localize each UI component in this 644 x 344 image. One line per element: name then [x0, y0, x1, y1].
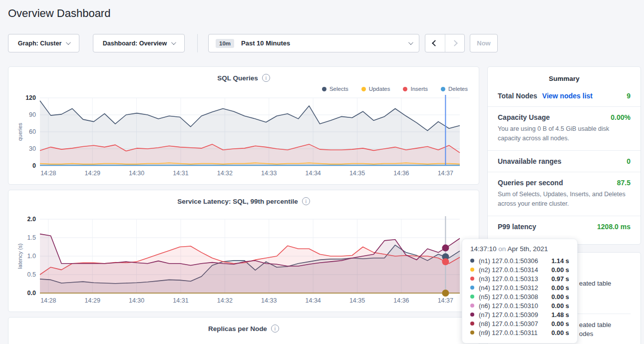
range-label: Past 10 Minutes: [241, 39, 408, 47]
legend-label: Deletes: [448, 86, 468, 92]
summary-row-unavailable-ranges: Unavailable ranges 0: [488, 151, 641, 172]
node-address: (n1) 127.0.0.1:50306: [479, 257, 538, 265]
chart-hover-tooltip: 14:37:10 on Apr 5th, 2021 (n1) 127.0.0.1…: [462, 239, 578, 344]
tooltip-node-row: (n7) 127.0.0.1:503091.48 s: [470, 310, 569, 319]
prev-range-button[interactable]: [425, 34, 445, 52]
summary-description: Sum of Selects, Updates, Inserts, and De…: [498, 190, 631, 209]
svg-text:14:34: 14:34: [306, 170, 321, 177]
next-range-button[interactable]: [445, 34, 464, 52]
summary-title: Summary: [488, 67, 641, 85]
summary-row-p99-latency: P99 latency 1208.0 ms: [488, 216, 641, 237]
chart-title: Replicas per Node: [208, 325, 267, 333]
range-badge: 10m: [216, 39, 234, 48]
svg-text:14:30: 14:30: [129, 297, 144, 304]
summary-value: 1208.0 ms: [597, 223, 631, 231]
svg-text:queries: queries: [17, 122, 23, 141]
svg-text:90: 90: [29, 111, 36, 118]
summary-panel: Summary Total Nodes View nodes list 9 Ca…: [487, 66, 641, 245]
svg-text:30: 30: [29, 145, 36, 152]
node-color-dot-icon: [470, 313, 474, 317]
legend-dot-icon: [361, 87, 366, 91]
svg-text:14:34: 14:34: [306, 297, 321, 304]
svg-text:14:37: 14:37: [438, 297, 453, 304]
legend-item-selects[interactable]: Selects: [322, 85, 348, 93]
svg-text:14:35: 14:35: [349, 297, 365, 304]
tooltip-node-row: (n1) 127.0.0.1:503061.14 s: [470, 256, 569, 265]
legend-item-inserts[interactable]: Inserts: [403, 85, 428, 93]
svg-text:60: 60: [29, 128, 36, 135]
node-latency-value: 0.00 s: [551, 329, 569, 337]
summary-label: Capacity Usage: [498, 113, 550, 121]
chart-title: Service Latency: SQL, 99th percentile: [177, 198, 298, 205]
sql-queries-chart[interactable]: 14:2814:2914:3014:3114:3214:3314:3414:35…: [16, 93, 471, 181]
legend-dot-icon: [322, 87, 326, 91]
svg-text:14:28: 14:28: [40, 297, 56, 304]
svg-text:2.0: 2.0: [27, 216, 36, 223]
summary-value: 87.5: [617, 179, 631, 187]
summary-label: Queries per second: [498, 179, 563, 187]
summary-description: You are using 0 B of 4.5 GiB usable disk…: [498, 124, 631, 144]
chevron-down-icon: [171, 40, 176, 45]
toolbar: Graph: Cluster Dashboard: Overview 10m P…: [0, 34, 644, 52]
legend-item-updates[interactable]: Updates: [361, 85, 390, 93]
svg-text:1.0: 1.0: [27, 253, 36, 260]
node-color-dot-icon: [470, 304, 474, 308]
legend-dot-icon: [441, 87, 445, 91]
summary-label: P99 latency: [498, 223, 536, 231]
tooltip-node-row: (n4) 127.0.0.1:503120.00 s: [470, 283, 569, 292]
chevron-left-icon: [432, 40, 438, 46]
view-nodes-list-link[interactable]: View nodes list: [542, 92, 593, 100]
sql-queries-panel: SQL Queries i SelectsUpdatesInsertsDelet…: [8, 66, 479, 185]
node-latency-value: 0.00 s: [551, 320, 569, 328]
node-address: (n3) 127.0.0.1:50313: [479, 275, 538, 283]
svg-text:14:35: 14:35: [349, 170, 365, 177]
legend-dot-icon: [403, 87, 407, 91]
info-icon[interactable]: i: [302, 197, 310, 205]
chevron-down-icon: [408, 40, 413, 45]
graph-dropdown-label: Graph: Cluster: [18, 40, 62, 47]
node-color-dot-icon: [470, 331, 474, 335]
chart-title: SQL Queries: [217, 74, 258, 82]
time-range-picker[interactable]: 10m Past 10 Minutes: [208, 34, 419, 52]
node-latency-value: 0.00 s: [551, 293, 569, 301]
svg-text:14:28: 14:28: [40, 170, 56, 177]
event-item-fragment: eated table: [579, 280, 611, 287]
event-item-fragment: odes: [579, 330, 593, 338]
tooltip-node-row: (n9) 127.0.0.1:503110.00 s: [470, 328, 569, 337]
tooltip-node-row: (n2) 127.0.0.1:503140.00 s: [470, 265, 569, 274]
node-color-dot-icon: [470, 268, 474, 272]
now-button[interactable]: Now: [470, 34, 498, 52]
legend-label: Updates: [369, 86, 390, 92]
info-icon[interactable]: i: [271, 325, 279, 333]
svg-text:latency (s): latency (s): [17, 244, 23, 269]
node-color-dot-icon: [470, 295, 474, 299]
info-icon[interactable]: i: [262, 74, 270, 82]
tooltip-node-row: (n8) 127.0.0.1:503070.00 s: [470, 319, 569, 328]
summary-value: 9: [627, 92, 631, 100]
svg-text:120: 120: [25, 94, 36, 101]
svg-text:14:31: 14:31: [173, 297, 188, 304]
graph-dropdown[interactable]: Graph: Cluster: [8, 34, 79, 52]
service-latency-chart[interactable]: 14:2814:2914:3014:3114:3214:3314:3414:35…: [16, 213, 471, 308]
node-color-dot-icon: [470, 259, 474, 263]
svg-text:14:37: 14:37: [438, 170, 453, 177]
node-address: (n9) 127.0.0.1:50311: [479, 329, 538, 337]
legend-item-deletes[interactable]: Deletes: [441, 85, 468, 93]
node-color-dot-icon: [470, 286, 474, 290]
svg-text:14:33: 14:33: [261, 170, 277, 177]
time-nav-group: [425, 34, 465, 52]
event-item-fragment: eated table: [579, 321, 611, 329]
node-color-dot-icon: [470, 322, 474, 326]
node-color-dot-icon: [470, 277, 474, 281]
dashboard-dropdown[interactable]: Dashboard: Overview: [93, 34, 185, 52]
node-address: (n8) 127.0.0.1:50307: [479, 320, 538, 328]
node-address: (n2) 127.0.0.1:50314: [479, 266, 538, 274]
summary-row-capacity-usage: Capacity Usage 0.00% You are using 0 B o…: [488, 107, 641, 151]
svg-text:0.0: 0.0: [27, 290, 36, 297]
chevron-right-icon: [452, 40, 458, 46]
tooltip-timestamp: 14:37:10 on Apr 5th, 2021: [470, 245, 569, 253]
node-address: (n7) 127.0.0.1:50309: [479, 311, 538, 319]
node-latency-value: 0.00 s: [551, 302, 569, 310]
summary-label: Total Nodes: [498, 92, 537, 100]
svg-text:14:29: 14:29: [85, 297, 100, 304]
